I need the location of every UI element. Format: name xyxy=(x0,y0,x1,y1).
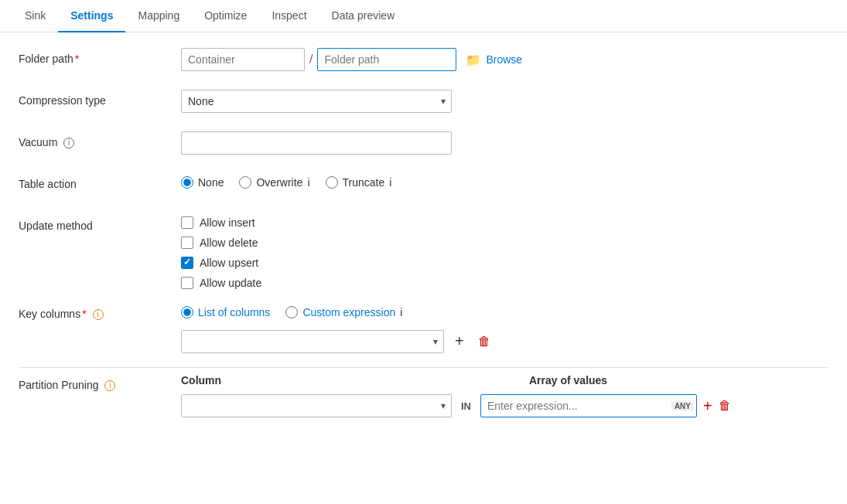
vacuum-info-icon[interactable]: i xyxy=(63,138,74,148)
browse-button[interactable]: 📁 Browse xyxy=(459,49,528,70)
table-action-overwrite[interactable]: Overwrite i xyxy=(239,176,309,189)
table-action-truncate[interactable]: Truncate i xyxy=(326,176,392,189)
key-custom-radio[interactable] xyxy=(285,306,298,318)
folder-path-label: Folder path* xyxy=(19,48,181,65)
partition-pruning-label: Partition Pruning i xyxy=(19,374,181,391)
key-columns-control: List of columns Custom expression i + xyxy=(181,303,828,353)
compression-type-control: None gzip bzip2 deflate ZipDeflate snapp… xyxy=(181,90,828,113)
container-input[interactable] xyxy=(181,48,305,71)
overwrite-info-icon[interactable]: i xyxy=(307,176,309,189)
tab-mapping[interactable]: Mapping xyxy=(125,0,192,32)
table-action-none[interactable]: None xyxy=(181,176,224,189)
in-label: IN xyxy=(458,400,474,412)
partition-pruning-info-icon[interactable]: i xyxy=(104,380,115,391)
allow-insert-checkbox[interactable] xyxy=(181,216,193,229)
partition-trash-icon: 🗑 xyxy=(719,399,731,412)
table-action-truncate-radio[interactable] xyxy=(326,176,338,189)
tab-sink[interactable]: Sink xyxy=(12,0,58,32)
update-method-control: Allow insert Allow delete Allow upsert A… xyxy=(181,215,828,289)
partition-column-select[interactable] xyxy=(181,394,452,417)
tab-inspect[interactable]: Inspect xyxy=(259,0,319,32)
allow-delete-checkbox[interactable] xyxy=(181,237,193,249)
folder-path-controls: / 📁 Browse xyxy=(181,48,828,71)
allow-update-checkbox[interactable] xyxy=(181,277,193,289)
custom-expression-info-icon[interactable]: i xyxy=(400,306,402,318)
key-list-columns[interactable]: List of columns xyxy=(181,306,270,318)
key-column-select[interactable] xyxy=(181,330,444,353)
key-custom-expression[interactable]: Custom expression i xyxy=(285,306,402,318)
compression-type-label: Compression type xyxy=(19,90,181,107)
tab-bar: Sink Settings Mapping Optimize Inspect D… xyxy=(0,0,847,32)
update-method-label: Update method xyxy=(19,215,181,232)
allow-update-option[interactable]: Allow update xyxy=(181,277,828,289)
allow-insert-option[interactable]: Allow insert xyxy=(181,216,828,229)
key-list-radio[interactable] xyxy=(181,306,193,318)
vacuum-control: 0 xyxy=(181,131,828,155)
partition-pruning-control: Column Array of values IN ANY + xyxy=(181,374,828,417)
partition-header-row: Column Array of values xyxy=(181,374,828,387)
table-action-none-radio[interactable] xyxy=(181,176,193,189)
key-columns-info-icon[interactable]: i xyxy=(93,309,104,320)
allow-upsert-option[interactable]: Allow upsert xyxy=(181,257,828,269)
table-action-overwrite-radio[interactable] xyxy=(239,176,251,189)
vacuum-input[interactable]: 0 xyxy=(181,131,452,155)
allow-delete-option[interactable]: Allow delete xyxy=(181,237,828,249)
any-badge: ANY xyxy=(671,401,694,411)
key-columns-radio-group: List of columns Custom expression i xyxy=(181,306,828,318)
tab-optimize[interactable]: Optimize xyxy=(192,0,259,32)
compression-type-select[interactable]: None gzip bzip2 deflate ZipDeflate snapp… xyxy=(181,90,452,113)
truncate-info-icon[interactable]: i xyxy=(389,176,391,189)
table-action-label: Table action xyxy=(19,173,181,190)
key-select-row: + 🗑 xyxy=(181,329,828,353)
partition-delete-button[interactable]: 🗑 xyxy=(719,399,731,413)
allow-upsert-checkbox[interactable] xyxy=(181,257,193,269)
folder-icon: 📁 xyxy=(466,53,481,67)
trash-icon: 🗑 xyxy=(478,335,490,348)
vacuum-label: Vacuum i xyxy=(19,131,181,148)
table-action-control: None Overwrite i Truncate i xyxy=(181,173,828,189)
expression-wrapper: ANY xyxy=(480,394,697,417)
partition-input-row: IN ANY + 🗑 xyxy=(181,394,828,417)
key-columns-label: Key columns* i xyxy=(19,303,181,320)
folder-path-input[interactable] xyxy=(317,48,456,71)
expression-input[interactable] xyxy=(480,394,697,417)
key-add-button[interactable]: + xyxy=(452,329,467,353)
partition-add-button[interactable]: + xyxy=(703,397,712,415)
tab-settings[interactable]: Settings xyxy=(58,0,125,32)
tab-data-preview[interactable]: Data preview xyxy=(319,0,408,32)
key-delete-button[interactable]: 🗑 xyxy=(475,332,494,352)
